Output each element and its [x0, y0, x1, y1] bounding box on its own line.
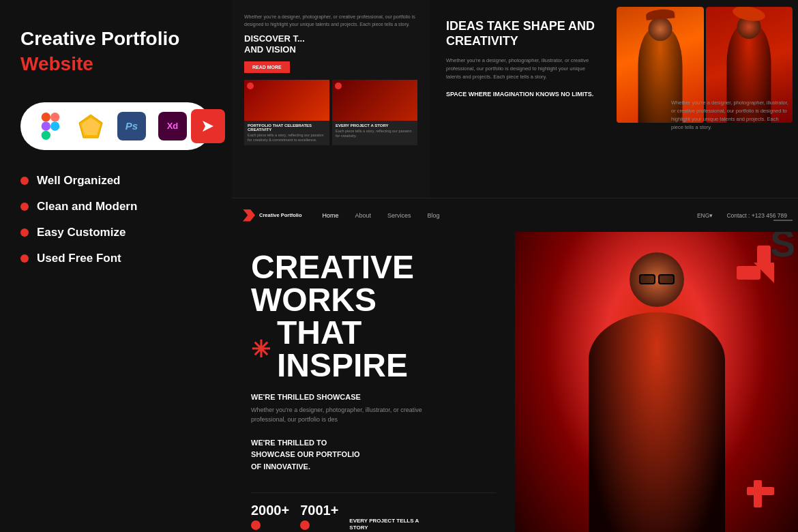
hero-title-2-row: ✳ THAT INSPIRE — [251, 316, 496, 382]
mini-icon-1 — [247, 83, 254, 89]
hero-subtitle: WE'RE THRILLED SHOWCASE — [251, 393, 496, 401]
nav-links: Home About Services Blog — [323, 212, 697, 219]
feature-4: Used Free Font — [20, 252, 211, 265]
nav-logo-icon — [243, 209, 255, 222]
nav-right: ENG▾ Contact : +123 456 789 — [697, 212, 787, 219]
stat-2-number: 7001+ — [300, 503, 338, 518]
discover-heading: DISCOVER T...AND VISION — [244, 33, 417, 55]
glasses — [639, 274, 675, 284]
stat-1: 2000+ — [251, 503, 289, 532]
stat-1-icon — [251, 520, 261, 530]
svg-rect-12 — [754, 480, 762, 507]
mini-item-1-text: Each piece tells a story, reflecting our… — [248, 133, 326, 143]
mini-img-1 — [244, 80, 329, 121]
space-tag: SPACE WHERE IMAGINATION KNOWS NO LIMITS. — [446, 91, 597, 98]
stat-3-label: EVERY PROJECT TELLS A STORY — [349, 518, 431, 532]
xd-icon: Xd — [158, 112, 187, 141]
photoshop-icon: Ps — [117, 112, 146, 141]
cross-deco-2 — [747, 480, 795, 524]
ideas-text-col: IDEAS TAKE SHAPE AND CREATIVITY Whether … — [430, 0, 614, 198]
stat-2: 7001+ — [300, 503, 338, 532]
tool-icons-container: Ps Xd — [20, 102, 211, 150]
svg-point-4 — [50, 121, 59, 130]
title-sub: Website — [20, 53, 211, 75]
hero-cta-text: WE'RE THRILLED TO SHOWCASE OUR PORTFOLIO… — [251, 437, 496, 473]
bullet-3 — [20, 228, 29, 237]
read-more-btn[interactable]: READ MORE — [244, 61, 290, 73]
mini-item-2-text: Each piece tells a story, reflecting our… — [336, 129, 414, 138]
hero-right — [515, 232, 798, 532]
stat-3: EVERY PROJECT TELLS A STORY — [349, 518, 431, 532]
mini-item-1-content: PORTFOLIO THAT CELEBRATES CREATIVITY Eac… — [244, 121, 329, 145]
mini-item-2-content: EVERY PROJECT A STORY Each piece tells a… — [332, 121, 417, 141]
hero-section: CREATIVE WORKS ✳ THAT INSPIRE WE'RE THRI… — [232, 232, 798, 532]
nav-link-blog[interactable]: Blog — [428, 212, 440, 219]
discover-header: Whether you're a designer, photographer,… — [232, 0, 430, 80]
hero-left: CREATIVE WORKS ✳ THAT INSPIRE WE'RE THRI… — [232, 232, 515, 532]
asterisk-icon: ✳ — [251, 338, 270, 361]
mini-item-2-title: EVERY PROJECT A STORY — [336, 123, 414, 128]
feature-2: Clean and Modern — [20, 200, 211, 213]
person-1-head — [648, 17, 672, 41]
bullet-4 — [20, 254, 29, 263]
svg-rect-2 — [42, 121, 50, 130]
left-panel: Creative Portfolio Website Ps — [0, 0, 232, 532]
stat-1-number: 2000+ — [251, 503, 289, 518]
inner-page-preview: Whether you're a designer, photographer,… — [232, 0, 430, 198]
mini-portfolio-grid: PORTFOLIO THAT CELEBRATES CREATIVITY Eac… — [232, 80, 430, 152]
mini-item-1-title: PORTFOLIO THAT CELEBRATES CREATIVITY — [248, 123, 326, 132]
mini-img-2 — [332, 80, 417, 121]
mini-icon-2 — [335, 83, 342, 89]
ideas-description: Whether you're a designer, photographer,… — [446, 57, 597, 81]
hero-title-2: THAT INSPIRE — [277, 316, 496, 382]
figma-icon — [37, 113, 64, 140]
small-line-deco — [773, 220, 793, 221]
svg-rect-1 — [50, 113, 59, 121]
svg-rect-0 — [42, 113, 50, 121]
hero-cta-line3: OF INNOVATIVE. — [251, 462, 310, 471]
nav-contact: Contact : +123 456 789 — [726, 212, 787, 219]
hero-stats: 2000+ 7001+ EVERY PROJECT TELLS A STORY — [251, 492, 496, 532]
person-1-hat — [645, 8, 675, 20]
sketch-icon — [76, 112, 105, 141]
hero-title-1: CREATIVE WORKS — [251, 251, 496, 316]
hero-cta-line1: WE'RE THRILLED TO — [251, 439, 327, 447]
feature-3: Easy Customize — [20, 226, 211, 239]
nav-lang[interactable]: ENG▾ — [697, 212, 713, 219]
right-desc-text: Whether you're a designer, photographer,… — [671, 99, 788, 132]
hero-description: Whether you're a designer, photographer,… — [251, 405, 428, 425]
nav-logo: Creative Portfolio — [243, 209, 302, 222]
hero-cta: WE'RE THRILLED TO SHOWCASE OUR PORTFOLIO… — [251, 437, 496, 473]
ideas-headline: IDEAS TAKE SHAPE AND CREATIVITY — [446, 19, 597, 48]
hero-person — [589, 312, 725, 532]
svg-rect-3 — [42, 130, 50, 139]
glasses-left — [639, 274, 655, 284]
svg-rect-9 — [737, 266, 760, 280]
nav-link-about[interactable]: About — [355, 212, 372, 219]
stat-2-icon — [300, 520, 310, 530]
feature-1: Well Organized — [20, 174, 211, 188]
discover-description: Whether you're a designer, photographer,… — [244, 14, 417, 28]
bullet-2 — [20, 203, 29, 211]
right-description: Whether you're a designer, photographer,… — [662, 99, 798, 132]
nav-link-services[interactable]: Services — [387, 212, 411, 219]
glasses-right — [658, 274, 675, 284]
nav-bar: Creative Portfolio Home About Services B… — [232, 198, 798, 232]
features-list: Well Organized Clean and Modern Easy Cus… — [20, 174, 211, 265]
nav-logo-text: Creative Portfolio — [259, 212, 302, 218]
hero-cta-line2: SHOWCASE OUR PORTFOLIO — [251, 450, 360, 458]
title-main: Creative Portfolio — [20, 27, 211, 50]
mini-item-1: PORTFOLIO THAT CELEBRATES CREATIVITY Eac… — [244, 80, 329, 145]
mini-item-2: EVERY PROJECT A STORY Each piece tells a… — [332, 80, 417, 145]
arrow-icon — [191, 109, 225, 143]
nav-link-home[interactable]: Home — [323, 212, 339, 219]
bullet-1 — [20, 177, 29, 185]
